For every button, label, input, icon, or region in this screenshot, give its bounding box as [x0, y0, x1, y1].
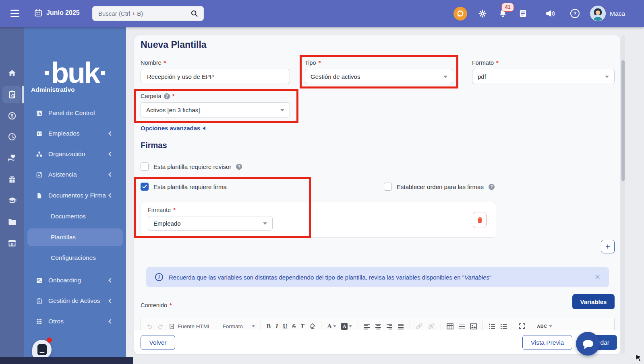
rail-item-files[interactable] [0, 213, 24, 230]
carpeta-help-icon[interactable]: ? [164, 93, 170, 99]
settings-gear-icon[interactable] [478, 9, 487, 19]
search-icon[interactable] [190, 9, 199, 18]
sidebar-item-label: Organización [48, 150, 85, 158]
table-icon[interactable] [447, 323, 453, 329]
list-check-icon [34, 277, 44, 284]
align-right-icon[interactable] [386, 323, 393, 329]
hamburger-menu-button[interactable] [10, 10, 19, 17]
firmante-value: Empleado [153, 220, 181, 227]
sidebar-item-organizacion[interactable]: Organización [27, 146, 123, 162]
user-name: Maca [610, 10, 625, 17]
announcements-megaphone-icon[interactable] [545, 8, 556, 19]
sidebar-item-documentos-y-firma[interactable]: Documentos y Firma [27, 187, 123, 204]
rail-item-time[interactable] [0, 128, 24, 146]
transform-button[interactable]: T [300, 323, 304, 330]
sidebar-item-panel-de-control[interactable]: Panel de Control [27, 105, 123, 121]
user-menu[interactable]: Maca [590, 6, 625, 21]
chat-launcher-button[interactable] [576, 332, 600, 356]
support-chat-widget[interactable] [32, 340, 52, 359]
format-dropdown[interactable]: Formato [223, 323, 255, 329]
rail-item-tasks[interactable] [0, 86, 24, 103]
help-icon[interactable]: ? [570, 9, 580, 18]
unlink-icon[interactable] [428, 323, 435, 329]
align-left-icon[interactable] [364, 323, 370, 329]
nombre-field [141, 69, 290, 84]
align-center-icon[interactable] [375, 323, 381, 329]
source-button[interactable]: Fuente HTML [169, 323, 211, 329]
sidebar-item-onboarding[interactable]: Onboarding [27, 272, 123, 288]
add-signer-button[interactable]: + [601, 240, 615, 253]
folder-icon [7, 217, 17, 226]
revisor-checkbox[interactable] [141, 162, 149, 171]
rail-item-marketplace[interactable] [0, 234, 24, 252]
sidebar-subitem-plantillas[interactable]: Plantillas [27, 228, 123, 246]
formato-select[interactable]: pdf [472, 69, 615, 84]
orden-help-icon[interactable]: ? [489, 184, 495, 190]
sidebar-subitem-configuraciones[interactable]: Configuraciones [27, 250, 123, 266]
clipboard-clock-icon [7, 90, 17, 99]
tipo-select[interactable]: Gestión de activos [305, 69, 453, 84]
rail-item-home[interactable] [0, 64, 24, 82]
vista-previa-button[interactable]: Vista Previa [522, 335, 572, 350]
sidebar-item-empleados[interactable]: Empleados [27, 125, 123, 142]
align-justify-icon[interactable] [398, 323, 404, 329]
sidebar: ·buk· Administrativo Panel de Control Em… [24, 27, 126, 357]
underline-button[interactable]: U [283, 323, 287, 330]
text-color-button[interactable]: A [327, 323, 336, 330]
advanced-options-link[interactable]: Opciones avanzadas [141, 125, 205, 132]
redo-icon[interactable] [157, 323, 164, 330]
sidebar-item-asistencia[interactable]: Asistencia [27, 167, 123, 183]
delete-signer-button[interactable] [473, 212, 487, 228]
chevron-left-icon [108, 131, 113, 136]
spellcheck-button[interactable]: ABC [537, 324, 552, 329]
trash-icon [476, 217, 483, 224]
link-icon[interactable] [416, 323, 423, 329]
sidebar-item-gestion-de-activos[interactable]: Gestión de Activos [27, 293, 123, 309]
grid-icon [34, 318, 44, 325]
image-icon[interactable] [470, 323, 477, 329]
carpeta-select[interactable]: Activos [en 3 fichas] [141, 102, 290, 117]
rail-item-training[interactable] [0, 191, 24, 209]
sidebar-item-label: Panel de Control [48, 109, 95, 117]
bottom-strip [0, 357, 133, 364]
maximize-icon[interactable] [519, 323, 525, 329]
ordered-list-icon[interactable] [489, 323, 495, 329]
volver-button[interactable]: Volver [141, 335, 175, 350]
sidebar-subitem-documentos[interactable]: Documentos [27, 208, 123, 224]
firmante-select[interactable]: Empleado [148, 216, 273, 231]
avatar[interactable] [590, 6, 606, 21]
document-icon [34, 192, 44, 199]
chevron-left-icon [108, 319, 113, 323]
rail-item-payments[interactable]: $ [0, 107, 24, 125]
strikethrough-button[interactable]: S [292, 323, 296, 330]
rail-item-gifts[interactable] [0, 171, 24, 188]
alert-close-icon[interactable]: × [595, 273, 600, 282]
period-selector[interactable]: Junio 2025 [34, 8, 80, 17]
firma-checkbox[interactable] [141, 183, 149, 191]
rail-item-benefits[interactable] [0, 149, 24, 167]
search-input[interactable] [97, 10, 190, 17]
sidebar-item-label: Onboarding [48, 277, 81, 284]
chat-device-icon [37, 344, 47, 355]
orden-checkbox[interactable] [384, 183, 392, 191]
background-color-button[interactable]: A [341, 323, 352, 330]
source-icon [169, 323, 175, 329]
formato-value: pdf [478, 73, 486, 80]
notifications-bell-icon[interactable]: 41 [498, 8, 508, 19]
italic-button[interactable]: I [275, 323, 278, 330]
undo-icon[interactable] [146, 323, 153, 330]
bold-button[interactable]: B [267, 323, 271, 330]
calendar-icon [34, 8, 43, 17]
scrollbar-thumb[interactable] [621, 60, 625, 181]
variables-button[interactable]: Variables [572, 294, 615, 309]
revisor-help-icon[interactable]: ? [236, 164, 242, 170]
alert-text: Recuerda que las variables son distintas… [169, 274, 491, 281]
nombre-input[interactable] [146, 73, 284, 80]
remove-format-icon[interactable] [309, 323, 315, 329]
dropdown-caret-icon [280, 109, 284, 111]
rewards-icon[interactable] [453, 7, 467, 21]
sidebar-item-otros[interactable]: Otros [27, 313, 123, 329]
news-icon[interactable] [518, 9, 528, 18]
bullet-list-icon[interactable] [500, 323, 507, 329]
horizontal-rule-icon[interactable] [458, 323, 465, 329]
